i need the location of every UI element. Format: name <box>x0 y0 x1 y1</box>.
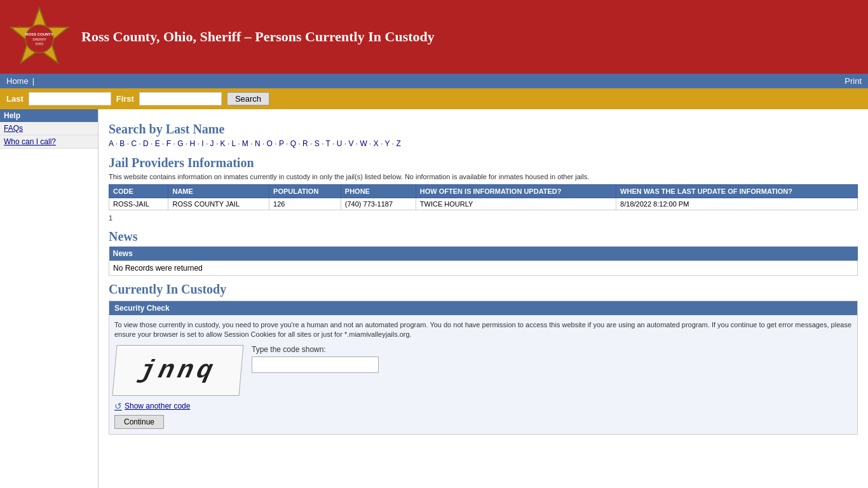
alphabet-link-a[interactable]: A <box>109 139 113 148</box>
security-box: Security Check To view those currently i… <box>109 301 858 435</box>
custody-section: Currently In Custody Security Check To v… <box>109 282 858 435</box>
alphabet-link-t[interactable]: T <box>326 139 330 148</box>
refresh-icon: ↺ <box>114 401 122 411</box>
providers-th: POPULATION <box>269 185 341 198</box>
news-heading: News <box>109 229 858 244</box>
providers-header-row: CODENAMEPOPULATIONPHONEHOW OFTEN IS INFO… <box>109 185 858 198</box>
svg-text:ROSS COUNTY: ROSS COUNTY <box>25 32 53 36</box>
search-heading: Search by Last Name <box>109 122 858 137</box>
nav-separator: | <box>32 76 34 86</box>
alphabet-link-o[interactable]: O <box>267 139 273 148</box>
providers-heading: Jail Providers Information <box>109 156 858 170</box>
news-header-row: News <box>109 247 858 261</box>
providers-table-head: CODENAMEPOPULATIONPHONEHOW OFTEN IS INFO… <box>109 185 858 198</box>
home-link[interactable]: Home <box>6 76 29 86</box>
news-section: News News No Records were returned <box>109 229 858 276</box>
providers-table-body: ROSS-JAILROSS COUNTY JAIL126(740) 773-11… <box>109 198 858 210</box>
alphabet-link-g[interactable]: G <box>177 139 183 148</box>
news-table-header: News <box>109 247 858 261</box>
providers-table-footer: 1 <box>109 213 858 223</box>
providers-cell: ROSS COUNTY JAIL <box>168 198 269 210</box>
svg-text:SHERIFF: SHERIFF <box>32 37 46 41</box>
providers-cell: 126 <box>269 198 341 210</box>
page-title: Ross County, Ohio, Sheriff – Persons Cur… <box>81 29 435 45</box>
alphabet-link-i[interactable]: I <box>201 139 203 148</box>
captcha-right: Type the code shown: <box>252 345 379 373</box>
alphabet-link-l[interactable]: L <box>232 139 236 148</box>
news-body-row: No Records were returned <box>109 261 858 276</box>
alphabet-link-u[interactable]: U <box>337 139 342 148</box>
providers-th: NAME <box>168 185 269 198</box>
captcha-input[interactable] <box>252 356 379 373</box>
show-another-link[interactable]: ↺ Show another code <box>114 401 852 411</box>
news-table: News No Records were returned <box>109 247 858 276</box>
alphabet-link-c[interactable]: C <box>131 139 137 148</box>
alphabet-row: A · B · C · D · E · F · G · H · I · J · … <box>109 139 858 148</box>
sidebar-help-label: Help <box>0 109 98 122</box>
captcha-area: jnnq Type the code shown: <box>114 345 852 396</box>
news-no-records: No Records were returned <box>109 261 858 276</box>
alphabet-link-z[interactable]: Z <box>396 139 400 148</box>
alphabet-link-m[interactable]: M <box>242 139 248 148</box>
sheriff-logo: ROSS COUNTY SHERIFF OHIO <box>8 5 71 69</box>
alphabet-link-y[interactable]: Y <box>385 139 390 148</box>
alphabet-link-j[interactable]: J <box>210 139 214 148</box>
alphabet-link-d[interactable]: D <box>143 139 149 148</box>
search-button[interactable]: Search <box>227 92 269 105</box>
alphabet-link-e[interactable]: E <box>155 139 160 148</box>
type-code-label: Type the code shown: <box>252 345 379 354</box>
providers-cell: 8/18/2022 8:12:00 PM <box>616 198 858 210</box>
alphabet-link-s[interactable]: S <box>315 139 320 148</box>
alphabet-link-b[interactable]: B <box>119 139 125 148</box>
providers-cell: (740) 773-1187 <box>341 198 416 210</box>
search-section: Search by Last Name A · B · C · D · E · … <box>109 122 858 148</box>
providers-th: HOW OFTEN IS INFORMATION UPDATED? <box>416 185 616 198</box>
sidebar: Help FAQs Who can I call? <box>0 109 98 488</box>
show-another-label: Show another code <box>125 402 190 410</box>
providers-cell: ROSS-JAIL <box>109 198 168 210</box>
alphabet-link-x[interactable]: X <box>374 139 379 148</box>
header: ROSS COUNTY SHERIFF OHIO Ross County, Oh… <box>0 0 868 74</box>
providers-row: ROSS-JAILROSS COUNTY JAIL126(740) 773-11… <box>109 198 858 210</box>
continue-button[interactable]: Continue <box>114 415 164 429</box>
security-header: Security Check <box>109 301 857 315</box>
alphabet-link-p[interactable]: P <box>279 139 284 148</box>
first-label: First <box>116 94 134 104</box>
custody-heading: Currently In Custody <box>109 282 858 297</box>
captcha-text: jnnq <box>137 356 219 384</box>
alphabet-link-n[interactable]: N <box>255 139 261 148</box>
alphabet-link-r[interactable]: R <box>302 139 308 148</box>
security-body: To view those currently in custody, you … <box>109 315 857 434</box>
providers-th: CODE <box>109 185 168 198</box>
svg-text:OHIO: OHIO <box>36 42 44 46</box>
alphabet-link-v[interactable]: V <box>348 139 353 148</box>
alphabet-link-k[interactable]: K <box>220 139 226 148</box>
navbar: Home | Print <box>0 74 868 88</box>
print-link[interactable]: Print <box>844 76 862 86</box>
sidebar-item-faqs[interactable]: FAQs <box>0 122 98 135</box>
providers-table: CODENAMEPOPULATIONPHONEHOW OFTEN IS INFO… <box>109 184 858 210</box>
searchbar: Last First Search <box>0 88 868 109</box>
main-layout: Help FAQs Who can I call? Search by Last… <box>0 109 868 488</box>
alphabet-link-f[interactable]: F <box>166 139 171 148</box>
alphabet-link-q[interactable]: Q <box>290 139 296 148</box>
providers-th: PHONE <box>341 185 416 198</box>
last-label: Last <box>6 94 24 104</box>
providers-cell: TWICE HOURLY <box>416 198 616 210</box>
last-name-input[interactable] <box>29 92 111 105</box>
sidebar-item-who-can-i-call[interactable]: Who can I call? <box>0 135 98 149</box>
providers-section: Jail Providers Information This website … <box>109 156 858 223</box>
providers-th: WHEN WAS THE LAST UPDATE OF INFORMATION? <box>616 185 858 198</box>
first-name-input[interactable] <box>139 92 222 105</box>
alphabet-link-h[interactable]: H <box>190 139 196 148</box>
alphabet-link-w[interactable]: W <box>360 139 367 148</box>
security-message: To view those currently in custody, you … <box>114 320 852 340</box>
content: Search by Last Name A · B · C · D · E · … <box>98 109 868 441</box>
providers-description: This website contains information on inm… <box>109 173 858 180</box>
captcha-image: jnnq <box>112 345 244 396</box>
